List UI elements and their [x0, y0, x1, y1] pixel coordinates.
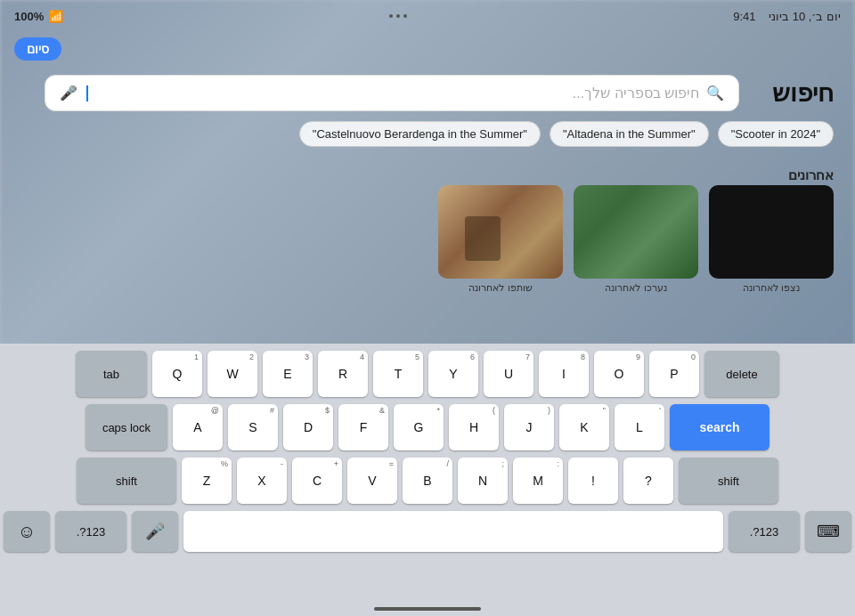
n-key[interactable]: ;N [458, 458, 508, 504]
d-key[interactable]: $D [283, 404, 333, 450]
shift-left-key[interactable]: shift [77, 458, 176, 504]
home-indicator [374, 607, 481, 611]
search-input[interactable]: חיפוש בספריה שלך... [95, 85, 699, 101]
search-key[interactable]: search [670, 404, 770, 450]
a-key[interactable]: @A [173, 404, 223, 450]
num-key-left[interactable]: .?123 [55, 511, 126, 552]
done-button[interactable]: סיום [14, 37, 61, 61]
photo-thumb-dark[interactable] [709, 185, 834, 279]
l-key[interactable]: 'L [615, 404, 664, 450]
search-bar[interactable]: 🎤 חיפוש בספריה שלך... 🔍 [45, 75, 739, 111]
capslock-key[interactable]: caps lock [86, 404, 167, 450]
b-key[interactable]: /B [403, 458, 452, 504]
suggestion-chip-3[interactable]: "Scooter in 2024" [718, 121, 834, 147]
q-key[interactable]: 1Q [152, 351, 202, 397]
tab-key[interactable]: tab [76, 351, 147, 397]
time-display: 9:41 [733, 10, 755, 23]
background-blur [0, 0, 855, 347]
search-title: חיפוש [772, 78, 834, 108]
c-key[interactable]: +C [292, 458, 342, 504]
w-key[interactable]: 2W [208, 351, 257, 397]
s-key[interactable]: #S [228, 404, 278, 450]
r-key[interactable]: 4R [318, 351, 368, 397]
shift-right-key[interactable]: shift [679, 458, 778, 504]
k-key[interactable]: "K [559, 404, 609, 450]
status-left: 100% 📶 [14, 10, 63, 23]
photo-label-dark: נצפו לאחרונה [743, 282, 800, 294]
i-key[interactable]: 8I [539, 351, 589, 397]
z-key[interactable]: %Z [182, 458, 232, 504]
photos-row: נצפו לאחרונה נערכו לאחרונה שותפו לאחרונה [438, 185, 834, 294]
suggestion-chip-2[interactable]: "Altadena in the Summer" [550, 121, 709, 147]
search-icon: 🔍 [706, 85, 724, 101]
photo-label-chess: שותפו לאחרונה [468, 282, 532, 294]
dot2 [396, 14, 400, 18]
photo-thumb-nature[interactable] [574, 185, 698, 279]
keyboard-dismiss-key[interactable]: ⌨ [805, 511, 851, 552]
battery-percent: 100% [14, 10, 44, 23]
wifi-icon: 📶 [49, 10, 63, 23]
search-bar-container: 🎤 חיפוש בספריה שלך... 🔍 [45, 75, 739, 111]
recents-label: אחרונים [788, 167, 834, 183]
delete-key[interactable]: delete [704, 351, 779, 397]
num-key-right[interactable]: .?123 [729, 511, 800, 552]
g-key[interactable]: *G [394, 404, 444, 450]
date-display: יום ב׳, 10 ביוני [769, 10, 841, 23]
mic-key[interactable]: 🎤 [132, 511, 178, 552]
v-key[interactable]: =V [347, 458, 397, 504]
keyboard-row-3: shift %Z -X +C =V /B ;N :M ! ? shift [4, 458, 851, 504]
status-bar: 100% 📶 יום ב׳, 10 ביוני 9:41 [0, 0, 855, 32]
x-key[interactable]: -X [237, 458, 287, 504]
photo-item-nature[interactable]: נערכו לאחרונה [574, 185, 698, 294]
status-center [389, 14, 407, 18]
text-cursor [86, 85, 88, 101]
keyboard: tab 1Q 2W 3E 4R 5T 6Y 7U 8I 9O 0P delete… [0, 344, 855, 616]
space-key[interactable] [183, 511, 723, 552]
m-key[interactable]: :M [513, 458, 563, 504]
t-key[interactable]: 5T [373, 351, 423, 397]
status-right: יום ב׳, 10 ביוני 9:41 [733, 10, 841, 23]
photo-thumb-chess[interactable] [438, 185, 563, 279]
photo-item-chess[interactable]: שותפו לאחרונה [438, 185, 563, 294]
j-key[interactable]: )J [504, 404, 554, 450]
y-key[interactable]: 6Y [428, 351, 478, 397]
o-key[interactable]: 9O [594, 351, 644, 397]
question-key[interactable]: ? [623, 458, 673, 504]
dot3 [403, 14, 407, 18]
keyboard-row-4: ☺ .?123 🎤 .?123 ⌨ [4, 511, 851, 552]
emoji-key[interactable]: ☺ [4, 511, 50, 552]
u-key[interactable]: 7U [484, 351, 533, 397]
keyboard-row-2: caps lock @A #S $D &F *G (H )J "K 'L sea… [4, 404, 851, 450]
mic-icon[interactable]: 🎤 [60, 85, 77, 101]
f-key[interactable]: &F [338, 404, 388, 450]
p-key[interactable]: 0P [649, 351, 699, 397]
e-key[interactable]: 3E [263, 351, 313, 397]
photo-label-nature: נערכו לאחרונה [605, 282, 666, 294]
h-key[interactable]: (H [449, 404, 499, 450]
photo-item-dark[interactable]: נצפו לאחרונה [709, 185, 834, 294]
keyboard-row-1: tab 1Q 2W 3E 4R 5T 6Y 7U 8I 9O 0P delete [4, 351, 851, 397]
exclaim-key[interactable]: ! [568, 458, 618, 504]
suggestion-chip-1[interactable]: "Castelnuovo Berardenga in the Summer" [299, 121, 541, 147]
suggestions-row: "Castelnuovo Berardenga in the Summer" "… [45, 121, 834, 147]
dot1 [389, 14, 393, 18]
